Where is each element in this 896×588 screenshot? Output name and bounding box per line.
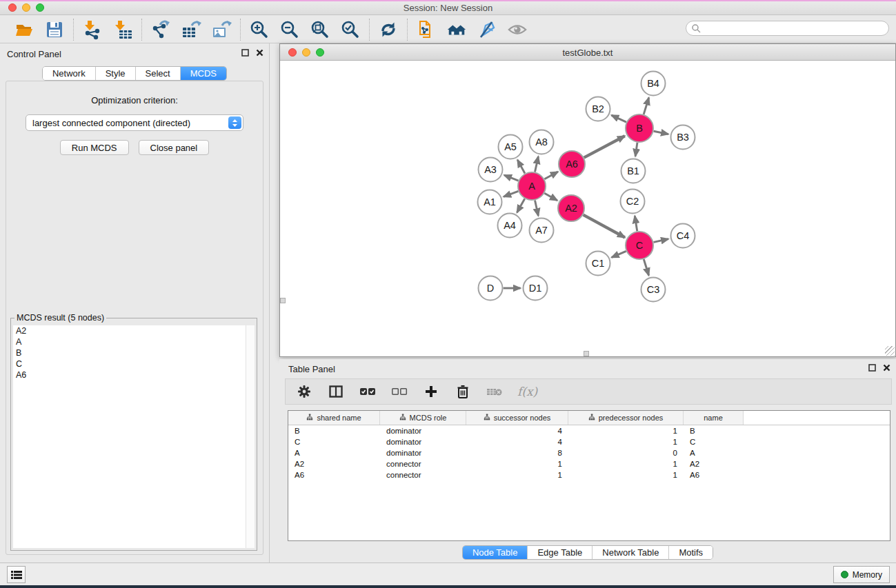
edge-B-B4[interactable] <box>644 98 649 114</box>
node-B4[interactable]: B4 <box>641 72 666 96</box>
result-item[interactable]: B <box>13 347 246 358</box>
delete-table-icon[interactable] <box>486 383 504 401</box>
close-table-panel-icon[interactable] <box>883 364 890 372</box>
tab-select[interactable]: Select <box>136 67 181 80</box>
tab-mcds[interactable]: MCDS <box>181 67 226 80</box>
node-B1[interactable]: B1 <box>621 159 646 183</box>
column-header-successor-nodes[interactable]: successor nodes <box>466 411 568 425</box>
node-A7[interactable]: A7 <box>530 219 554 243</box>
table-row[interactable]: Cdominator41C <box>288 436 890 447</box>
edge-A-A6[interactable] <box>544 172 557 179</box>
float-panel-icon[interactable] <box>241 49 249 57</box>
search-input[interactable] <box>686 21 889 36</box>
table-row[interactable]: A6connector11A6 <box>288 469 890 480</box>
zoom-in-icon[interactable] <box>249 19 270 40</box>
close-panel-button[interactable]: Close panel <box>139 140 210 155</box>
node-A1[interactable]: A1 <box>478 190 502 214</box>
select-all-icon[interactable] <box>359 383 377 401</box>
close-panel-icon[interactable] <box>256 49 263 57</box>
node-A3[interactable]: A3 <box>479 158 503 182</box>
result-item[interactable]: C <box>13 358 246 369</box>
edge-A-A8[interactable] <box>535 156 538 172</box>
edge-C-C3[interactable] <box>644 259 648 275</box>
edge-B-B1[interactable] <box>635 143 637 156</box>
edge-A-A7[interactable] <box>535 201 538 216</box>
result-item[interactable]: A6 <box>13 369 246 381</box>
column-header-MCDS-role[interactable]: MCDS role <box>380 411 466 425</box>
export-table-icon[interactable] <box>181 19 201 40</box>
split-columns-icon[interactable] <box>327 383 345 401</box>
import-table-icon[interactable] <box>112 19 133 40</box>
deselect-all-icon[interactable] <box>390 383 408 401</box>
edge-A-A2[interactable] <box>544 193 557 200</box>
clone-network-icon[interactable] <box>416 19 437 40</box>
network-window-titlebar[interactable]: testGlobe.txt <box>280 44 895 61</box>
column-header-shared-name[interactable]: shared name <box>288 411 380 425</box>
network-canvas[interactable]: B4B2BB3A5A8A6B1A3AA1C2A2A4A7CC4C1C3DD1 <box>280 61 895 356</box>
delete-icon[interactable] <box>454 383 472 401</box>
table-row[interactable]: Bdominator41B <box>288 425 890 436</box>
tab-style[interactable]: Style <box>96 67 136 80</box>
task-history-button[interactable] <box>7 566 26 583</box>
node-A8[interactable]: A8 <box>530 130 554 154</box>
zoom-selected-icon[interactable] <box>340 19 361 40</box>
node-C[interactable]: C <box>626 232 653 259</box>
edge-B-B2[interactable] <box>611 115 626 122</box>
node-D[interactable]: D <box>479 276 503 301</box>
memory-button[interactable]: Memory <box>833 566 890 583</box>
node-A2[interactable]: A2 <box>558 195 584 221</box>
result-item[interactable]: A2 <box>13 325 246 336</box>
run-mcds-button[interactable]: Run MCDS <box>60 140 129 155</box>
table-row[interactable]: Adominator80A <box>288 447 890 458</box>
save-session-icon[interactable] <box>44 19 65 40</box>
result-list-scrollbar[interactable] <box>246 325 255 548</box>
edge-A-A1[interactable] <box>504 191 518 196</box>
tab-network[interactable]: Network <box>43 67 96 80</box>
edge-C-C4[interactable] <box>653 239 668 243</box>
function-builder-icon[interactable]: f(x) <box>517 383 537 401</box>
table-tab-node-table[interactable]: Node Table <box>463 546 528 559</box>
open-session-icon[interactable] <box>14 19 34 40</box>
table-tab-network-table[interactable]: Network Table <box>593 546 669 559</box>
zoom-out-icon[interactable] <box>279 19 300 40</box>
add-column-icon[interactable] <box>422 383 440 401</box>
edge-A-A5[interactable] <box>517 160 525 174</box>
node-A5[interactable]: A5 <box>499 135 523 159</box>
table-tab-motifs[interactable]: Motifs <box>669 546 713 559</box>
node-C2[interactable]: C2 <box>621 190 645 214</box>
node-C1[interactable]: C1 <box>586 252 610 276</box>
table-row[interactable]: A2connector11A2 <box>288 458 890 469</box>
node-D1[interactable]: D1 <box>524 276 548 301</box>
table-tab-edge-table[interactable]: Edge Table <box>528 546 593 559</box>
refresh-icon[interactable] <box>378 19 399 40</box>
export-image-icon[interactable] <box>211 19 232 40</box>
node-C3[interactable]: C3 <box>641 278 666 302</box>
edge-A-A4[interactable] <box>517 199 525 212</box>
float-table-panel-icon[interactable] <box>868 364 876 372</box>
node-B3[interactable]: B3 <box>671 125 695 150</box>
edge-A2-C[interactable] <box>584 215 625 238</box>
column-header-predecessor-nodes[interactable]: predecessor nodes <box>568 411 684 425</box>
zoom-fit-icon[interactable] <box>310 19 330 40</box>
edge-C-C2[interactable] <box>635 216 637 231</box>
export-network-icon[interactable] <box>150 19 171 40</box>
node-table[interactable]: shared nameMCDS rolesuccessor nodesprede… <box>288 410 890 541</box>
result-item[interactable]: A <box>13 336 246 347</box>
node-C4[interactable]: C4 <box>671 224 695 248</box>
edge-A6-B[interactable] <box>584 136 625 157</box>
node-A[interactable]: A <box>518 172 546 200</box>
node-B2[interactable]: B2 <box>586 97 610 121</box>
eye-icon[interactable] <box>507 19 528 40</box>
resize-grip[interactable] <box>885 346 895 356</box>
node-A6[interactable]: A6 <box>559 151 585 177</box>
edge-C-C1[interactable] <box>612 251 626 257</box>
node-B[interactable]: B <box>626 114 653 142</box>
optimization-criterion-select[interactable]: largest connected component (directed) <box>26 114 243 131</box>
home-icon[interactable] <box>446 19 467 40</box>
edge-B-B3[interactable] <box>654 131 668 134</box>
gear-icon[interactable] <box>295 383 313 401</box>
column-header-name[interactable]: name <box>684 411 744 425</box>
node-A4[interactable]: A4 <box>498 214 522 238</box>
mcds-result-list[interactable]: A2ABCA6 <box>13 325 246 548</box>
edge-A-A3[interactable] <box>504 175 519 181</box>
